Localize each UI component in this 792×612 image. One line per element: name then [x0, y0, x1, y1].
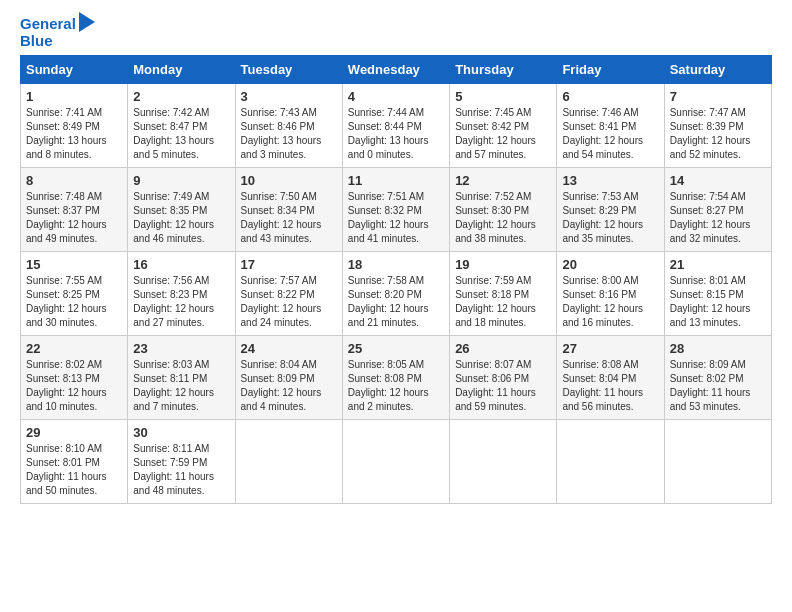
- day-cell: 8Sunrise: 7:48 AMSunset: 8:37 PMDaylight…: [21, 168, 128, 252]
- day-number: 10: [241, 173, 337, 188]
- day-info: Sunrise: 8:11 AMSunset: 7:59 PMDaylight:…: [133, 442, 229, 498]
- day-cell: 9Sunrise: 7:49 AMSunset: 8:35 PMDaylight…: [128, 168, 235, 252]
- day-info: Sunrise: 7:59 AMSunset: 8:18 PMDaylight:…: [455, 274, 551, 330]
- day-number: 16: [133, 257, 229, 272]
- day-cell: [664, 420, 771, 504]
- weekday-header-monday: Monday: [128, 56, 235, 84]
- day-cell: 20Sunrise: 8:00 AMSunset: 8:16 PMDayligh…: [557, 252, 664, 336]
- day-number: 21: [670, 257, 766, 272]
- calendar-table: SundayMondayTuesdayWednesdayThursdayFrid…: [20, 55, 772, 504]
- day-info: Sunrise: 7:54 AMSunset: 8:27 PMDaylight:…: [670, 190, 766, 246]
- day-info: Sunrise: 7:52 AMSunset: 8:30 PMDaylight:…: [455, 190, 551, 246]
- day-info: Sunrise: 7:45 AMSunset: 8:42 PMDaylight:…: [455, 106, 551, 162]
- day-cell: [342, 420, 449, 504]
- day-cell: 13Sunrise: 7:53 AMSunset: 8:29 PMDayligh…: [557, 168, 664, 252]
- logo-arrow-icon: [79, 12, 95, 32]
- day-info: Sunrise: 7:47 AMSunset: 8:39 PMDaylight:…: [670, 106, 766, 162]
- day-cell: 19Sunrise: 7:59 AMSunset: 8:18 PMDayligh…: [450, 252, 557, 336]
- day-cell: 17Sunrise: 7:57 AMSunset: 8:22 PMDayligh…: [235, 252, 342, 336]
- day-cell: 2Sunrise: 7:42 AMSunset: 8:47 PMDaylight…: [128, 84, 235, 168]
- day-info: Sunrise: 8:00 AMSunset: 8:16 PMDaylight:…: [562, 274, 658, 330]
- day-number: 28: [670, 341, 766, 356]
- day-info: Sunrise: 7:50 AMSunset: 8:34 PMDaylight:…: [241, 190, 337, 246]
- day-info: Sunrise: 7:43 AMSunset: 8:46 PMDaylight:…: [241, 106, 337, 162]
- day-cell: 18Sunrise: 7:58 AMSunset: 8:20 PMDayligh…: [342, 252, 449, 336]
- day-cell: 16Sunrise: 7:56 AMSunset: 8:23 PMDayligh…: [128, 252, 235, 336]
- weekday-header-row: SundayMondayTuesdayWednesdayThursdayFrid…: [21, 56, 772, 84]
- day-cell: 21Sunrise: 8:01 AMSunset: 8:15 PMDayligh…: [664, 252, 771, 336]
- day-number: 27: [562, 341, 658, 356]
- day-number: 15: [26, 257, 122, 272]
- day-number: 14: [670, 173, 766, 188]
- day-info: Sunrise: 7:48 AMSunset: 8:37 PMDaylight:…: [26, 190, 122, 246]
- day-number: 18: [348, 257, 444, 272]
- day-number: 2: [133, 89, 229, 104]
- day-number: 29: [26, 425, 122, 440]
- weekday-header-friday: Friday: [557, 56, 664, 84]
- logo-text-blue: Blue: [20, 33, 53, 50]
- day-cell: 12Sunrise: 7:52 AMSunset: 8:30 PMDayligh…: [450, 168, 557, 252]
- day-number: 7: [670, 89, 766, 104]
- day-info: Sunrise: 7:49 AMSunset: 8:35 PMDaylight:…: [133, 190, 229, 246]
- day-number: 4: [348, 89, 444, 104]
- day-number: 25: [348, 341, 444, 356]
- day-info: Sunrise: 7:44 AMSunset: 8:44 PMDaylight:…: [348, 106, 444, 162]
- day-cell: 1Sunrise: 7:41 AMSunset: 8:49 PMDaylight…: [21, 84, 128, 168]
- day-info: Sunrise: 8:03 AMSunset: 8:11 PMDaylight:…: [133, 358, 229, 414]
- week-row-3: 15Sunrise: 7:55 AMSunset: 8:25 PMDayligh…: [21, 252, 772, 336]
- day-cell: [450, 420, 557, 504]
- day-info: Sunrise: 7:51 AMSunset: 8:32 PMDaylight:…: [348, 190, 444, 246]
- day-cell: 7Sunrise: 7:47 AMSunset: 8:39 PMDaylight…: [664, 84, 771, 168]
- day-cell: 10Sunrise: 7:50 AMSunset: 8:34 PMDayligh…: [235, 168, 342, 252]
- day-info: Sunrise: 8:09 AMSunset: 8:02 PMDaylight:…: [670, 358, 766, 414]
- week-row-5: 29Sunrise: 8:10 AMSunset: 8:01 PMDayligh…: [21, 420, 772, 504]
- day-cell: [557, 420, 664, 504]
- day-info: Sunrise: 7:53 AMSunset: 8:29 PMDaylight:…: [562, 190, 658, 246]
- day-number: 23: [133, 341, 229, 356]
- weekday-header-saturday: Saturday: [664, 56, 771, 84]
- day-number: 9: [133, 173, 229, 188]
- day-info: Sunrise: 8:05 AMSunset: 8:08 PMDaylight:…: [348, 358, 444, 414]
- day-cell: 11Sunrise: 7:51 AMSunset: 8:32 PMDayligh…: [342, 168, 449, 252]
- day-info: Sunrise: 8:04 AMSunset: 8:09 PMDaylight:…: [241, 358, 337, 414]
- day-info: Sunrise: 7:41 AMSunset: 8:49 PMDaylight:…: [26, 106, 122, 162]
- day-cell: 29Sunrise: 8:10 AMSunset: 8:01 PMDayligh…: [21, 420, 128, 504]
- logo: General Blue: [20, 16, 95, 49]
- day-number: 11: [348, 173, 444, 188]
- week-row-4: 22Sunrise: 8:02 AMSunset: 8:13 PMDayligh…: [21, 336, 772, 420]
- day-number: 19: [455, 257, 551, 272]
- day-info: Sunrise: 7:56 AMSunset: 8:23 PMDaylight:…: [133, 274, 229, 330]
- weekday-header-thursday: Thursday: [450, 56, 557, 84]
- day-number: 20: [562, 257, 658, 272]
- day-info: Sunrise: 8:08 AMSunset: 8:04 PMDaylight:…: [562, 358, 658, 414]
- day-info: Sunrise: 8:10 AMSunset: 8:01 PMDaylight:…: [26, 442, 122, 498]
- day-cell: 22Sunrise: 8:02 AMSunset: 8:13 PMDayligh…: [21, 336, 128, 420]
- day-info: Sunrise: 7:55 AMSunset: 8:25 PMDaylight:…: [26, 274, 122, 330]
- day-cell: 3Sunrise: 7:43 AMSunset: 8:46 PMDaylight…: [235, 84, 342, 168]
- day-info: Sunrise: 7:42 AMSunset: 8:47 PMDaylight:…: [133, 106, 229, 162]
- day-number: 5: [455, 89, 551, 104]
- day-cell: 4Sunrise: 7:44 AMSunset: 8:44 PMDaylight…: [342, 84, 449, 168]
- day-info: Sunrise: 7:46 AMSunset: 8:41 PMDaylight:…: [562, 106, 658, 162]
- day-number: 17: [241, 257, 337, 272]
- day-cell: 14Sunrise: 7:54 AMSunset: 8:27 PMDayligh…: [664, 168, 771, 252]
- weekday-header-tuesday: Tuesday: [235, 56, 342, 84]
- page-header: General Blue: [20, 16, 772, 49]
- day-info: Sunrise: 8:02 AMSunset: 8:13 PMDaylight:…: [26, 358, 122, 414]
- day-info: Sunrise: 8:01 AMSunset: 8:15 PMDaylight:…: [670, 274, 766, 330]
- day-cell: 25Sunrise: 8:05 AMSunset: 8:08 PMDayligh…: [342, 336, 449, 420]
- day-cell: [235, 420, 342, 504]
- day-cell: 6Sunrise: 7:46 AMSunset: 8:41 PMDaylight…: [557, 84, 664, 168]
- logo-text-general: General: [20, 16, 76, 33]
- day-info: Sunrise: 7:58 AMSunset: 8:20 PMDaylight:…: [348, 274, 444, 330]
- day-number: 8: [26, 173, 122, 188]
- day-number: 22: [26, 341, 122, 356]
- day-cell: 5Sunrise: 7:45 AMSunset: 8:42 PMDaylight…: [450, 84, 557, 168]
- week-row-2: 8Sunrise: 7:48 AMSunset: 8:37 PMDaylight…: [21, 168, 772, 252]
- day-cell: 28Sunrise: 8:09 AMSunset: 8:02 PMDayligh…: [664, 336, 771, 420]
- day-cell: 24Sunrise: 8:04 AMSunset: 8:09 PMDayligh…: [235, 336, 342, 420]
- day-cell: 26Sunrise: 8:07 AMSunset: 8:06 PMDayligh…: [450, 336, 557, 420]
- day-info: Sunrise: 7:57 AMSunset: 8:22 PMDaylight:…: [241, 274, 337, 330]
- day-cell: 15Sunrise: 7:55 AMSunset: 8:25 PMDayligh…: [21, 252, 128, 336]
- week-row-1: 1Sunrise: 7:41 AMSunset: 8:49 PMDaylight…: [21, 84, 772, 168]
